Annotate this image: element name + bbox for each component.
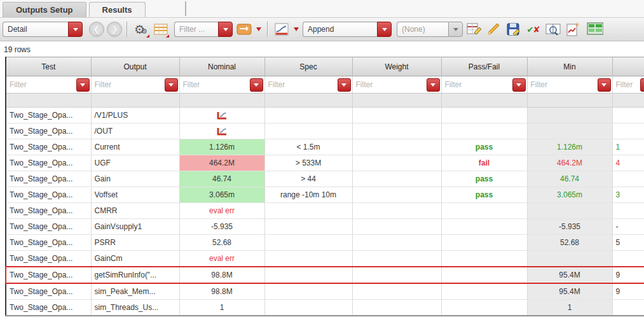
cell-spec[interactable] (264, 251, 352, 267)
filter-cell[interactable]: Filter (612, 76, 644, 94)
cell-min[interactable]: 3.065m (527, 187, 612, 203)
cell-output[interactable]: Gain (91, 171, 179, 187)
cell-passfail[interactable] (441, 251, 527, 267)
cell-test[interactable]: Two_Stage_Opa... (6, 108, 91, 123)
filter-dropdown-button[interactable] (250, 78, 263, 92)
toolbar-filter-dropdown-button[interactable] (218, 22, 233, 37)
filter-dropdown-button[interactable] (165, 78, 178, 92)
view-mode-dropdown-button[interactable] (68, 22, 83, 37)
cell-max[interactable]: 1 (612, 139, 644, 155)
cell-spec[interactable] (264, 123, 352, 139)
cell-test[interactable]: Two_Stage_Opa... (6, 283, 91, 300)
table-row[interactable]: Two_Stage_Opa...UGF464.2M> 533Mfail464.2… (6, 155, 644, 171)
cell-test[interactable]: Two_Stage_Opa... (6, 123, 91, 139)
toolbar-filter-box[interactable]: Filter ... (174, 22, 233, 37)
cell-weight[interactable] (352, 267, 441, 283)
cell-max[interactable]: 9 (612, 283, 644, 300)
table-row[interactable]: Two_Stage_Opa...PSRR52.6852.685 (6, 235, 644, 251)
cell-weight[interactable] (352, 219, 441, 235)
cell-test[interactable]: Two_Stage_Opa... (6, 187, 91, 203)
cell-passfail[interactable] (441, 108, 527, 123)
cell-output[interactable]: sim_Threads_Us... (91, 300, 179, 316)
cell-min[interactable]: 95.4M (527, 283, 612, 300)
cell-output[interactable]: sim_Peak_Mem... (91, 283, 179, 300)
cell-spec[interactable] (264, 219, 352, 235)
column-header-max[interactable] (612, 57, 644, 76)
waveform-plot-icon[interactable] (217, 127, 227, 136)
cell-test[interactable]: Two_Stage_Opa... (6, 203, 91, 219)
table-row[interactable]: Two_Stage_Opa.../V1/PLUS (6, 108, 644, 123)
cell-spec[interactable] (264, 300, 352, 316)
cell-max[interactable]: 4 (612, 155, 644, 171)
cell-output[interactable]: Current (91, 139, 179, 155)
view-mode-select[interactable]: Detail (3, 22, 83, 37)
cell-passfail[interactable]: pass (441, 171, 527, 187)
filter-dropdown-button[interactable] (512, 78, 526, 92)
cell-output[interactable]: CMRR (91, 203, 179, 219)
cell-passfail[interactable]: fail (441, 155, 527, 171)
column-header-output[interactable]: Output (91, 57, 179, 76)
report-icon[interactable]: ✳ (564, 21, 581, 38)
cell-min[interactable]: 464.2M (527, 155, 612, 171)
cell-output[interactable]: Voffset (91, 187, 179, 203)
cell-max[interactable] (612, 300, 644, 316)
table-row[interactable]: Two_Stage_Opa...sim_Threads_Us...11 (6, 300, 644, 316)
refinement-select[interactable]: (None) (397, 22, 463, 37)
cell-max[interactable]: 3 (612, 187, 644, 203)
table-row[interactable]: Two_Stage_Opa...getSimRunInfo("...98.8M9… (6, 267, 644, 283)
cell-nominal[interactable]: 98.8M (179, 283, 264, 300)
cell-max[interactable] (612, 108, 644, 123)
cell-test[interactable]: Two_Stage_Opa... (6, 251, 91, 267)
filter-cell[interactable]: Filter (179, 76, 264, 94)
cell-min[interactable]: 1 (527, 300, 612, 316)
cell-passfail[interactable]: pass (441, 139, 527, 155)
column-header-spec[interactable]: Spec (264, 57, 352, 76)
cell-nominal[interactable] (179, 108, 264, 123)
column-chooser-icon[interactable] (152, 21, 169, 38)
cell-weight[interactable] (352, 123, 441, 139)
compare-results-icon[interactable] (544, 21, 561, 38)
cell-nominal[interactable]: 464.2M (179, 155, 264, 171)
cell-passfail[interactable] (441, 300, 527, 316)
cell-weight[interactable] (352, 283, 441, 300)
cell-spec[interactable] (264, 267, 352, 283)
cell-output[interactable]: UGF (91, 155, 179, 171)
cell-output[interactable]: getSimRunInfo("... (91, 267, 179, 283)
cell-weight[interactable] (352, 139, 441, 155)
cell-max[interactable]: - (612, 219, 644, 235)
cell-test[interactable]: Two_Stage_Opa... (6, 171, 91, 187)
cell-spec[interactable] (264, 283, 352, 300)
cell-min[interactable]: 46.74 (527, 171, 612, 187)
cell-spec[interactable]: > 44 (264, 171, 352, 187)
cell-spec[interactable]: < 1.5m (264, 139, 352, 155)
cell-weight[interactable] (352, 108, 441, 123)
cell-output[interactable]: /V1/PLUS (91, 108, 179, 123)
cell-test[interactable]: Two_Stage_Opa... (6, 139, 91, 155)
table-row[interactable]: Two_Stage_Opa...sim_Peak_Mem...98.8M95.4… (6, 283, 644, 300)
filter-cell[interactable]: Filter (352, 76, 441, 94)
filter-dropdown-button[interactable] (427, 78, 440, 92)
cell-max[interactable] (612, 123, 644, 139)
tab-results[interactable]: Results (89, 2, 146, 17)
refinement-dropdown-button[interactable] (448, 22, 463, 37)
cell-min[interactable] (527, 251, 612, 267)
cell-spec[interactable] (264, 235, 352, 251)
table-row[interactable]: Two_Stage_Opa.../OUT (6, 123, 644, 139)
cell-weight[interactable] (352, 155, 441, 171)
cell-nominal[interactable]: 1.126m (179, 139, 264, 155)
spreadsheet-icon[interactable] (586, 21, 603, 38)
cell-max[interactable] (612, 171, 644, 187)
cell-spec[interactable] (264, 108, 352, 123)
cell-nominal[interactable]: eval err (179, 203, 264, 219)
cell-passfail[interactable]: pass (441, 187, 527, 203)
cell-test[interactable]: Two_Stage_Opa... (6, 219, 91, 235)
cell-min[interactable]: -5.935 (527, 219, 612, 235)
cell-weight[interactable] (352, 251, 441, 267)
cell-test[interactable]: Two_Stage_Opa... (6, 235, 91, 251)
column-header-weight[interactable]: Weight (352, 57, 441, 76)
cell-nominal[interactable]: eval err (179, 251, 264, 267)
cell-spec[interactable]: > 533M (264, 155, 352, 171)
cell-passfail[interactable] (441, 235, 527, 251)
table-row[interactable]: Two_Stage_Opa...Current1.126m< 1.5mpass1… (6, 139, 644, 155)
plot-mode-dropdown-button[interactable] (377, 22, 392, 37)
